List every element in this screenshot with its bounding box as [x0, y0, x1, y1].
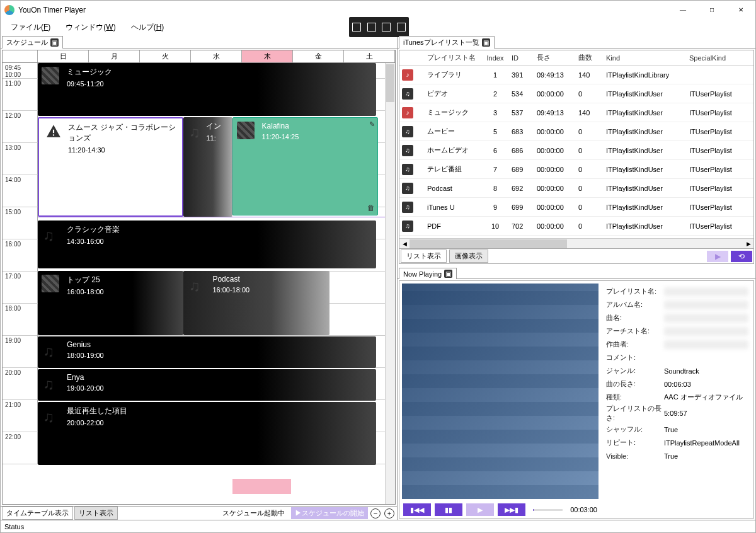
event-in[interactable]: ♫ イン 11:: [183, 117, 232, 217]
meta-song: [664, 314, 748, 323]
table-row[interactable]: ♫テレビ番組768900:00:000ITPlaylistKindUserITU…: [399, 160, 753, 179]
playlist-icon: ♫: [402, 145, 413, 156]
event-smooth-jazz[interactable]: スムース ジャズ・コラボレーションズ 11:20-14:30: [38, 117, 183, 217]
event-genius[interactable]: ♫ Genius 18:00-19:00: [38, 336, 376, 368]
music-note-icon: ♫: [43, 408, 54, 426]
meta-shuffle: True: [664, 426, 748, 433]
zoom-out-icon[interactable]: −: [370, 508, 381, 519]
zoom-in-icon[interactable]: +: [384, 508, 394, 519]
schedule-footer: タイムテーブル表示 リスト表示 スケジュール起動中 ▶スケジュールの開始 − +: [1, 506, 397, 520]
play-button[interactable]: ▶: [707, 251, 728, 262]
table-row[interactable]: ♪ライブラリ139109:49:13140ITPlaylistKindLibra…: [399, 66, 753, 84]
event-kalafina[interactable]: Kalafina 11:20-14:25 ✎ 🗑: [232, 117, 378, 215]
playlist-icon: ♫: [402, 202, 413, 213]
toolbar-icon-3[interactable]: [382, 23, 391, 32]
event-top25[interactable]: トップ 25 16:00-18:00: [38, 271, 183, 335]
minimize-button[interactable]: —: [668, 1, 697, 20]
tab-schedule[interactable]: スケジュール ▣: [2, 36, 63, 49]
progress-bar[interactable]: [533, 509, 563, 511]
meta-kind: AAC オーディオファイル: [664, 393, 748, 402]
edit-icon[interactable]: ✎: [369, 120, 375, 129]
meta-artist: [664, 327, 748, 336]
now-line: [38, 217, 385, 217]
playlist-icon: ♫: [402, 88, 413, 100]
delete-icon[interactable]: 🗑: [367, 203, 375, 212]
status-bar: Status: [1, 520, 755, 532]
schedule-tabstrip: スケジュール ▣: [1, 35, 397, 49]
scroll-right-icon[interactable]: ▶: [743, 239, 753, 248]
pause-button[interactable]: ▮▮: [435, 503, 462, 516]
meta-length: 00:06:03: [664, 381, 748, 388]
playback-button[interactable]: ▶: [466, 503, 494, 516]
playlist-body[interactable]: ♪ライブラリ139109:49:13140ITPlaylistKindLibra…: [399, 66, 753, 238]
playlist-image-view-button[interactable]: 画像表示: [449, 249, 488, 263]
day-fri: 金: [293, 50, 344, 62]
maximize-button[interactable]: □: [697, 1, 726, 20]
playlist-icon: ♫: [402, 221, 413, 232]
tab-close-icon[interactable]: ▣: [444, 270, 452, 278]
menu-file[interactable]: ファイル(F): [3, 20, 58, 35]
table-row[interactable]: ♫PDF1070200:00:000ITPlaylistKindUserITUs…: [399, 217, 753, 236]
menu-bar: ファイル(F) ウィンドウ(W) ヘルプ(H): [1, 20, 755, 35]
list-view-button[interactable]: リスト表示: [74, 507, 118, 520]
timetable-view-button[interactable]: タイムテーブル表示: [2, 507, 73, 520]
scroll-left-icon[interactable]: ◀: [399, 239, 410, 248]
menu-help[interactable]: ヘルプ(H): [123, 20, 172, 35]
table-row[interactable]: ♫ホームビデオ668600:00:000ITPlaylistKindUserIT…: [399, 141, 753, 160]
meta-pllength: 5:09:57: [664, 410, 748, 417]
table-row[interactable]: ♫iTunes U969900:00:000ITPlaylistKindUser…: [399, 198, 753, 217]
playlist-table: プレイリスト名 Index ID 長さ 曲数 Kind SpecialKind …: [399, 50, 754, 264]
app-logo-icon: [4, 5, 14, 15]
close-button[interactable]: ✕: [726, 1, 755, 20]
day-thu: 木: [242, 50, 293, 62]
meta-playlist: [664, 287, 748, 296]
table-row[interactable]: ♫ビデオ253400:00:000ITPlaylistKindUserITUse…: [399, 84, 753, 103]
event-classic[interactable]: ♫ クラシック音楽 14:30-16:00: [38, 221, 376, 268]
scroll-thumb[interactable]: [410, 239, 567, 248]
nowplaying-panel: ▮◀◀ ▮▮ ▶ ▶▶▮ 00:03:00 プレイリスト名: アルバム名: 曲名…: [399, 280, 754, 519]
meta-visible: True: [664, 452, 748, 460]
tab-nowplaying-label: Now Playing: [403, 270, 442, 278]
event-enya[interactable]: ♫ Enya 19:00-20:00: [38, 369, 376, 401]
playlist-icon: ♫: [402, 183, 413, 194]
next-button[interactable]: ▶▶▮: [498, 503, 525, 516]
schedule-vscroll[interactable]: [385, 63, 395, 504]
tab-nowplaying[interactable]: Now Playing ▣: [399, 268, 457, 279]
event-podcast[interactable]: ♫ Podcast 16:00-18:00: [183, 271, 329, 335]
day-mon: 月: [89, 50, 140, 62]
schedule-start-button[interactable]: ▶スケジュールの開始: [291, 507, 368, 519]
playlist-hscroll[interactable]: ◀ ▶: [399, 238, 753, 248]
window-title: YouOn Timer Player: [18, 6, 86, 14]
table-row[interactable]: ♫ムービー568300:00:000ITPlaylistKindUserITUs…: [399, 122, 753, 141]
event-recent[interactable]: ♫ 最近再生した項目 20:00-22:00: [38, 402, 376, 465]
tab-close-icon[interactable]: ▣: [482, 38, 490, 47]
playlist-icon: ♪: [402, 69, 413, 81]
loop-button[interactable]: ⟲: [731, 251, 752, 262]
event-music[interactable]: ミュージック 09:45-11:20: [38, 63, 376, 116]
toolbar-icon-2[interactable]: [367, 23, 376, 32]
meta-repeat: ITPlaylistRepeatModeAll: [664, 439, 748, 447]
album-art-panel: ▮◀◀ ▮▮ ▶ ▶▶▮ 00:03:00: [399, 281, 601, 518]
floating-toolbar[interactable]: [349, 17, 409, 37]
thumbnail-icon: [237, 122, 255, 139]
tab-playlist[interactable]: iTunesプレイリスト一覧 ▣: [399, 36, 495, 49]
table-row[interactable]: ♫Podcast869200:00:000ITPlaylistKindUserI…: [399, 179, 753, 198]
toolbar-icon-4[interactable]: [397, 23, 406, 32]
playlist-list-view-button[interactable]: リスト表示: [401, 249, 447, 263]
tab-close-icon[interactable]: ▣: [50, 38, 59, 47]
metadata-panel: プレイリスト名: アルバム名: 曲名: アーチスト名: 作曲者: コメント: ジ…: [601, 281, 753, 518]
status-text: Status: [4, 523, 24, 530]
day-sun: 日: [38, 50, 89, 62]
menu-window[interactable]: ウィンドウ(W): [58, 20, 123, 35]
transport-bar: ▮◀◀ ▮▮ ▶ ▶▶▮ 00:03:00: [399, 501, 601, 518]
playlist-header: プレイリスト名 Index ID 長さ 曲数 Kind SpecialKind: [399, 50, 753, 66]
day-wed: 水: [191, 50, 242, 62]
playback-time: 00:03:00: [570, 506, 597, 513]
table-row[interactable]: ♪ミュージック353709:49:13140ITPlaylistKindUser…: [399, 103, 753, 122]
toolbar-icon-1[interactable]: [352, 23, 361, 32]
meta-genre: Soundtrack: [664, 367, 748, 375]
playlist-icon: ♫: [402, 164, 413, 175]
prev-button[interactable]: ▮◀◀: [403, 503, 431, 516]
schedule-body[interactable]: ミュージック 09:45-11:20 スムース ジャズ・コラボレーションズ 11…: [38, 63, 385, 504]
meta-album: [664, 301, 748, 309]
